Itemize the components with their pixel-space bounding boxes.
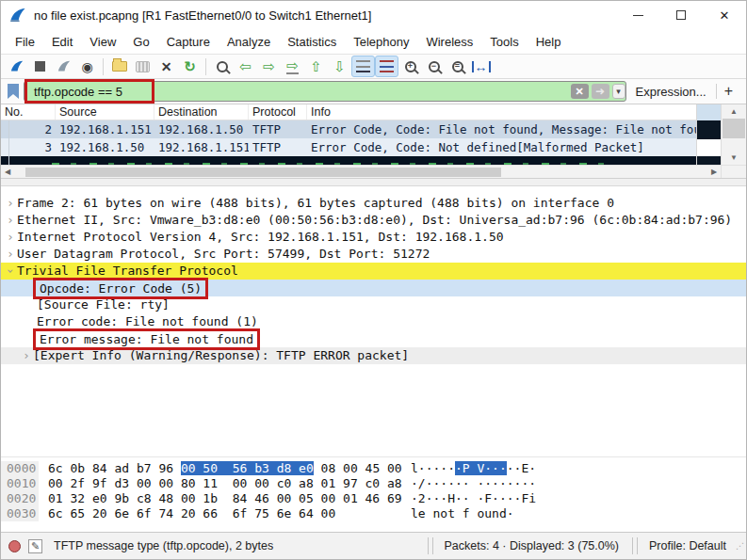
chevron-down-icon[interactable]: › [2, 264, 19, 278]
go-to-top-icon[interactable]: ⇧ [304, 56, 328, 77]
annotation-box-opcode: Opcode: Error Code (5) [33, 278, 208, 299]
wireshark-window: no file exist.pcapng [R1 FastEthernet0/0… [0, 0, 747, 560]
start-capture-icon[interactable] [5, 56, 28, 77]
filter-bookmark-icon[interactable] [8, 84, 19, 99]
chevron-right-icon[interactable]: › [4, 212, 17, 229]
expert-info-icon[interactable] [8, 540, 21, 552]
zoom-original-icon[interactable]: = [446, 56, 469, 77]
go-forward-icon[interactable]: ⇨ [257, 56, 281, 77]
selected-ascii: ·P V··· [455, 461, 507, 475]
go-to-packet-icon[interactable]: ⇨ [281, 56, 304, 77]
window-title: no file exist.pcapng [R1 FastEthernet0/0… [34, 8, 616, 23]
column-info[interactable]: Info [307, 104, 696, 120]
menu-wireless[interactable]: Wireless [417, 31, 481, 53]
packet-count-status: Packets: 4 · Displayed: 3 (75.0%) [433, 539, 631, 552]
scroll-left-icon[interactable]: ◀ [1, 168, 14, 176]
intelligent-scrollbar-minimap[interactable] [696, 104, 721, 165]
annotation-box-error-message: Error message: File not found [33, 328, 260, 350]
hex-row-0030[interactable]: 0030 6c 65 20 6e 6f 74 20 66 6f 75 6e 64… [1, 506, 746, 521]
detail-ethernet[interactable]: › Ethernet II, Src: Vmware_b3:d8:e0 (00:… [1, 212, 746, 229]
chevron-right-icon[interactable]: › [4, 195, 17, 212]
selected-bytes: 00 50 56 b3 d8 e0 [181, 461, 314, 475]
column-no[interactable]: No. [1, 104, 56, 120]
detail-ip[interactable]: › Internet Protocol Version 4, Src: 192.… [1, 229, 746, 246]
detail-tftp-error-message[interactable]: Error message: File not found [1, 330, 746, 347]
packet-row-2[interactable]: 2 192.168.1.151 192.168.1.50 TFTP Error … [1, 120, 696, 138]
zoom-out-icon[interactable]: − [422, 56, 446, 77]
detail-udp[interactable]: › User Datagram Protocol, Src Port: 5749… [1, 246, 746, 263]
hex-row-0000[interactable]: 0000 6c 0b 84 ad b7 96 00 50 56 b3 d8 e0… [1, 461, 746, 476]
pane-splitter[interactable] [1, 179, 746, 186]
zoom-in-icon[interactable]: + [398, 56, 422, 77]
status-bar: ✎ TFTP message type (tftp.opcode), 2 byt… [1, 532, 746, 559]
vertical-scroll-thumb[interactable] [723, 119, 745, 138]
menu-file[interactable]: File [7, 31, 43, 53]
hex-row-0020[interactable]: 0020 01 32 e0 9b c8 48 00 1b 84 46 00 05… [1, 491, 746, 506]
profile-status[interactable]: Profile: Default [638, 539, 736, 552]
main-toolbar: ◉ ✕ ↻ ⇦ ⇨ ⇨ ⇧ ⇩ + − = ↔ [1, 54, 746, 79]
detail-expert-info[interactable]: › [Expert Info (Warning/Response): TFTP … [1, 347, 746, 364]
add-filter-button[interactable]: + [717, 83, 742, 100]
column-destination[interactable]: Destination [154, 104, 249, 120]
menu-tools[interactable]: Tools [481, 31, 527, 53]
go-back-icon[interactable]: ⇦ [234, 56, 257, 77]
filter-clear-icon[interactable]: ✕ [571, 84, 589, 99]
menu-view[interactable]: View [81, 31, 124, 53]
hex-row-0010[interactable]: 0010 00 2f 9f d3 00 00 80 11 00 00 c0 a8… [1, 476, 746, 491]
detail-tftp-opcode[interactable]: Opcode: Error Code (5) [1, 280, 746, 296]
menu-help[interactable]: Help [528, 31, 570, 53]
packet-list-pane: No. Source Destination Protocol Info 2 1… [1, 104, 746, 179]
field-status-text: TFTP message type (tftp.opcode), 2 bytes [54, 539, 426, 552]
packet-list-vertical-scrollbar[interactable]: ▲ ▼ [721, 104, 746, 165]
detail-frame[interactable]: › Frame 2: 61 bytes on wire (488 bits), … [1, 195, 746, 212]
go-to-bottom-icon[interactable]: ⇩ [328, 56, 351, 77]
column-protocol[interactable]: Protocol [249, 104, 307, 120]
display-filter-input[interactable]: tftp.opcode == 5 ✕ ➜ ▾ [24, 81, 626, 102]
resize-columns-icon[interactable]: ↔ [469, 56, 493, 77]
packet-details-pane: › Frame 2: 61 bytes on wire (488 bits), … [1, 186, 746, 456]
maximize-button[interactable] [659, 1, 703, 29]
filter-apply-icon[interactable]: ➜ [592, 84, 609, 99]
chevron-right-icon[interactable]: › [4, 246, 17, 263]
menu-bar: File Edit View Go Capture Analyze Statis… [1, 29, 746, 54]
close-file-icon[interactable]: ✕ [154, 56, 178, 77]
open-file-icon[interactable] [107, 56, 131, 77]
find-packet-icon[interactable] [210, 56, 234, 77]
reload-file-icon[interactable]: ↻ [178, 56, 202, 77]
auto-scroll-icon[interactable] [351, 56, 375, 77]
menu-statistics[interactable]: Statistics [279, 31, 345, 53]
menu-capture[interactable]: Capture [158, 31, 219, 53]
restart-capture-icon[interactable] [52, 56, 75, 77]
menu-analyze[interactable]: Analyze [219, 31, 279, 53]
detail-tftp-source-file[interactable]: [Source File: rty] [1, 296, 746, 313]
menu-telephony[interactable]: Telephony [345, 31, 417, 53]
menu-edit[interactable]: Edit [43, 31, 81, 53]
column-source[interactable]: Source [56, 104, 154, 120]
packet-list-header: No. Source Destination Protocol Info [1, 104, 696, 120]
horizontal-scroll-thumb[interactable] [25, 168, 501, 177]
scroll-right-icon[interactable]: ▶ [707, 168, 721, 176]
packet-list-horizontal-scrollbar[interactable]: ◀ ▶ [1, 165, 746, 178]
title-bar: no file exist.pcapng [R1 FastEthernet0/0… [1, 1, 746, 29]
chevron-right-icon[interactable]: › [20, 347, 33, 364]
close-button[interactable]: ✕ [703, 1, 746, 29]
filter-value: tftp.opcode == 5 [30, 85, 126, 99]
capture-options-icon[interactable]: ◉ [75, 56, 99, 77]
scroll-down-icon[interactable]: ▼ [722, 151, 746, 165]
packet-row-partial[interactable] [1, 156, 696, 165]
stop-capture-icon[interactable] [28, 56, 52, 77]
packet-row-3[interactable]: 3 192.168.1.50 192.168.1.151 TFTP Error … [1, 138, 696, 156]
minimize-button[interactable] [616, 1, 659, 29]
resize-grip[interactable]: ⋰ [736, 541, 746, 551]
wireshark-fin-icon [9, 8, 26, 23]
filter-bar: tftp.opcode == 5 ✕ ➜ ▾ Expression... + [1, 79, 746, 104]
capture-comment-icon[interactable]: ✎ [28, 539, 42, 553]
expression-button[interactable]: Expression... [626, 85, 716, 99]
filter-dropdown-icon[interactable]: ▾ [612, 84, 625, 99]
save-file-icon[interactable] [131, 56, 154, 77]
menu-go[interactable]: Go [124, 31, 157, 53]
chevron-right-icon[interactable]: › [4, 229, 17, 246]
colorize-packets-icon[interactable] [375, 56, 398, 77]
scroll-up-icon[interactable]: ▲ [722, 104, 746, 119]
packet-bytes-pane: 0000 6c 0b 84 ad b7 96 00 50 56 b3 d8 e0… [1, 456, 746, 532]
